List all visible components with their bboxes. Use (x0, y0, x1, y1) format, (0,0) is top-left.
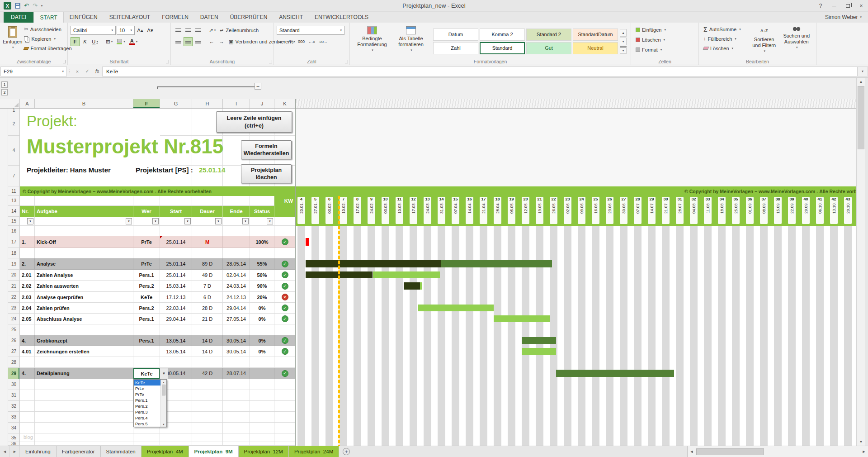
cell-B24[interactable]: Abschluss Analyse (35, 314, 133, 324)
dropdown-option-Pers.3[interactable]: Pers.3 (134, 409, 160, 415)
cell-B19[interactable]: Analyse (35, 258, 133, 270)
cell-A13[interactable] (20, 196, 35, 206)
cell-F16[interactable] (133, 226, 160, 236)
row-header-13[interactable]: 13 (8, 196, 20, 206)
cell-A25[interactable] (20, 324, 35, 335)
sheet-tab-Stammdaten[interactable]: Stammdaten (101, 446, 142, 457)
cell-J22[interactable]: 20% (250, 292, 274, 303)
style-item[interactable]: Standard (480, 42, 525, 54)
cell-A20[interactable]: 2.01 (20, 270, 35, 281)
cell-F20[interactable]: Pers.1 (133, 270, 160, 281)
format-painter-button[interactable]: Format übertragen (22, 44, 73, 52)
sheet-tab-Projektplan_12M[interactable]: Projektplan_12M (239, 446, 289, 457)
data-validation-dropdown-button[interactable]: ▼ (160, 368, 168, 379)
font-color-icon[interactable]: A▾ (127, 37, 139, 46)
ribbon-tab-entwicklertools[interactable]: ENTWICKLERTOOLS (309, 12, 374, 23)
decrease-font-icon[interactable]: A▾ (146, 26, 155, 35)
cell-K36[interactable] (274, 442, 296, 446)
cell-G18[interactable] (160, 248, 192, 258)
cell-F18[interactable] (133, 248, 160, 258)
cell-B32[interactable] (35, 401, 133, 412)
column-header-B[interactable]: B (35, 99, 133, 108)
expand-formula-bar-icon[interactable]: ▾ (857, 67, 868, 76)
row-header-22[interactable]: 22 (8, 292, 20, 303)
column-header-I[interactable]: I (223, 99, 250, 108)
excel-logo-icon[interactable]: X (4, 2, 11, 10)
sheet-tab-Farbgenerator[interactable]: Farbgenerator (57, 446, 101, 457)
cell-H22[interactable]: 6 D (192, 292, 223, 303)
ribbon-tab-start[interactable]: START (33, 12, 63, 23)
cell-F1[interactable] (133, 109, 160, 112)
cell-F21[interactable]: Pers.2 (133, 281, 160, 292)
row-header-25[interactable]: 25 (8, 324, 20, 335)
cell-G26[interactable]: 13.05.14 (160, 335, 192, 346)
sheet-tab-Projektplan_9M[interactable]: Projektplan_9M (189, 446, 239, 457)
restore-icon[interactable] (841, 0, 854, 12)
cell-B35[interactable] (35, 433, 133, 442)
row-header-16[interactable]: 16 (8, 226, 20, 236)
cell-F13[interactable] (133, 196, 160, 206)
dropdown-option-Pers.4[interactable]: Pers.4 (134, 415, 160, 421)
cell-B28[interactable] (35, 357, 133, 368)
cell-K19[interactable]: ✓ (274, 258, 296, 270)
cell-J31[interactable] (250, 390, 274, 401)
cell-J17[interactable]: 100% (250, 236, 274, 248)
cell-G22[interactable]: 17.12.13 (160, 292, 192, 303)
gallery-down-icon[interactable]: ▾ (620, 38, 627, 45)
enter-icon[interactable]: ✓ (82, 67, 92, 76)
cell-K27[interactable]: ✓ (274, 346, 296, 357)
cell-B21[interactable]: Zahlen auswerten (35, 281, 133, 292)
cell-F24[interactable]: Pers.1 (133, 314, 160, 324)
cell-B29[interactable]: Detailplanung (35, 368, 133, 379)
cell-A24[interactable]: 2.05 (20, 314, 35, 324)
cell-B1[interactable] (35, 109, 133, 112)
ribbon-tab-seitenlayout[interactable]: SEITENLAYOUT (104, 12, 156, 23)
ribbon-tab-formeln[interactable]: FORMELN (156, 12, 194, 23)
cell-H17[interactable]: M (192, 236, 223, 248)
cell-G13[interactable] (160, 196, 192, 206)
cell-K18[interactable] (274, 248, 296, 258)
cell-B26[interactable]: Grobkonzept (35, 335, 133, 346)
cell-K31[interactable] (274, 390, 296, 401)
cell-A32[interactable] (20, 401, 35, 412)
cell-I21[interactable]: 24.03.14 (223, 281, 250, 292)
align-left-icon[interactable] (174, 37, 183, 46)
align-top-icon[interactable] (174, 26, 183, 35)
cell-F19[interactable]: PrTe (133, 258, 160, 270)
cell-H16[interactable] (192, 226, 223, 236)
select-all-corner[interactable] (0, 99, 20, 108)
row-header-30[interactable]: 30 (8, 379, 20, 390)
style-item[interactable]: Zahl (433, 42, 478, 54)
row-header-2[interactable]: 2 (8, 112, 20, 136)
cell-A27[interactable]: 4.01 (20, 346, 35, 357)
cell-B34[interactable] (35, 423, 133, 433)
cell-A1[interactable] (20, 109, 35, 112)
row-header-27[interactable]: 27 (8, 346, 20, 357)
save-icon[interactable] (15, 3, 20, 9)
row-header-19[interactable]: 19 (8, 258, 20, 270)
cell-A31[interactable] (20, 390, 35, 401)
cell-I18[interactable] (223, 248, 250, 258)
horizontal-scrollbar[interactable]: ◄ ► (687, 446, 868, 457)
cell-K32[interactable] (274, 401, 296, 412)
ribbon-tab-überprüfen[interactable]: ÜBERPRÜFEN (224, 12, 274, 23)
insert-function-icon[interactable]: fx (92, 67, 102, 76)
clear-button[interactable]: Löschen▾ (702, 44, 749, 52)
cell-B18[interactable] (35, 248, 133, 258)
accounting-format-icon[interactable]: ¤▾ (277, 37, 286, 46)
cell-K33[interactable] (274, 412, 296, 423)
scroll-up-icon[interactable]: ▲ (857, 78, 865, 86)
row-header-35[interactable]: 35 (8, 433, 20, 442)
cell-I35[interactable] (223, 433, 250, 442)
cell-I20[interactable]: 02.04.14 (223, 270, 250, 281)
sheet-tab-Projektplan_24M[interactable]: Projektplan_24M (289, 446, 339, 457)
decrease-decimal-icon[interactable]: .00→ (317, 37, 329, 46)
dropdown-option-Pers.5[interactable]: Pers.5 (134, 421, 160, 427)
filter-button-G[interactable]: ▼ (184, 218, 191, 224)
fill-button[interactable]: ↓Füllbereich▾ (702, 34, 749, 43)
paste-button[interactable]: Einfügen ▾ (3, 25, 22, 49)
row-header-24[interactable]: 24 (8, 314, 20, 324)
ribbon-tab-daten[interactable]: DATEN (194, 12, 224, 23)
cell-B33[interactable] (35, 412, 133, 423)
row-header-36[interactable]: 36 (8, 442, 20, 446)
